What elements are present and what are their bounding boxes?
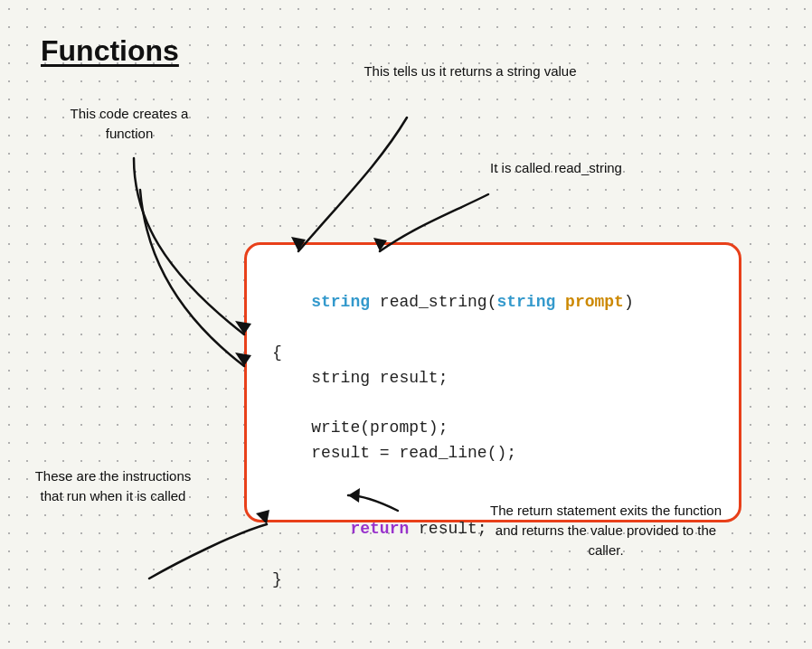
annotation-instructions: These are the instructions that run when… bbox=[27, 466, 199, 506]
kw-string-1: string bbox=[311, 293, 370, 311]
code-line-2: { bbox=[272, 341, 713, 366]
code-line-4 bbox=[272, 390, 713, 416]
annotation-creates-function: This code creates a function bbox=[52, 104, 206, 144]
page-title: Functions bbox=[41, 34, 179, 68]
annotation-return-statement: The return statement exits the function … bbox=[479, 501, 732, 560]
annotation-called-name: It is called read_string bbox=[452, 158, 660, 178]
kw-prompt: prompt bbox=[565, 293, 624, 311]
kw-string-2: string bbox=[496, 293, 555, 311]
annotation-returns-string: This tells us it returns a string value bbox=[362, 61, 579, 81]
code-box: string read_string(string prompt) { stri… bbox=[244, 242, 741, 522]
code-line-6: result = read_line(); bbox=[272, 441, 713, 466]
fn-sig: read_string( bbox=[370, 293, 496, 311]
code-line-1: string read_string(string prompt) bbox=[272, 265, 713, 341]
code-line-5: write(prompt); bbox=[272, 416, 713, 441]
code-line-9: } bbox=[272, 568, 713, 593]
code-line-7 bbox=[272, 466, 713, 492]
code-line-3: string result; bbox=[272, 366, 713, 391]
kw-return: return bbox=[350, 520, 409, 538]
